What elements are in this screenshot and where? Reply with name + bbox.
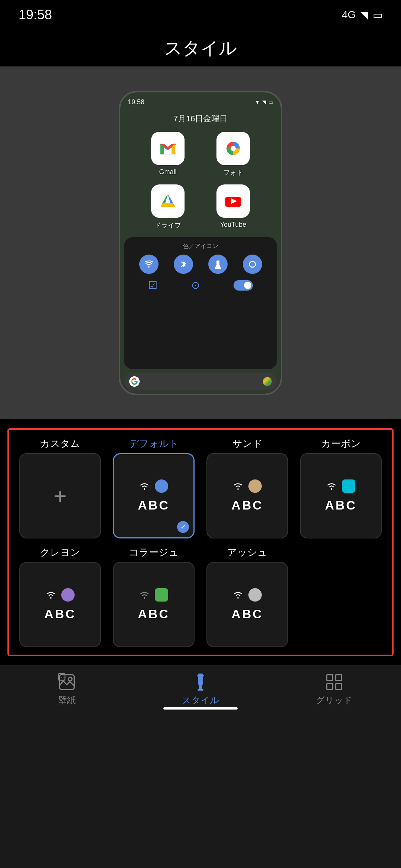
default-color-dot [155, 479, 168, 493]
gmail-label: Gmail [159, 168, 176, 176]
qs-wifi-btn[interactable] [139, 255, 159, 274]
crayon-color-dot [61, 588, 75, 602]
svg-rect-20 [198, 689, 203, 691]
selected-check-badge: ✓ [177, 521, 189, 533]
default-card-icons [139, 479, 168, 493]
collage-card-icons [139, 588, 168, 602]
carbon-color-dot [342, 479, 355, 493]
style-icon [191, 673, 210, 691]
quick-settings-panel: 色／アイコン [124, 237, 277, 369]
ash-label: アッシュ [227, 546, 267, 559]
wallpaper-icon [58, 673, 76, 691]
add-icon: + [53, 483, 66, 509]
crayon-card[interactable]: ABC [19, 562, 101, 647]
nav-item-wallpaper[interactable]: 壁紙 [0, 673, 134, 706]
list-item[interactable]: Gmail [139, 132, 197, 177]
drive-icon [151, 184, 185, 218]
default-abc: ABC [138, 498, 170, 512]
qs-rotate-btn[interactable] [243, 255, 262, 274]
carbon-abc: ABC [325, 498, 357, 512]
youtube-label: YouTube [220, 221, 247, 229]
home-indicator [163, 707, 238, 710]
style-item-crayon[interactable]: クレヨン ABC [16, 546, 104, 647]
style-item-ash[interactable]: アッシュ ABC [203, 546, 291, 647]
phone-status-time: 19:58 [128, 98, 144, 106]
collage-abc: ABC [138, 607, 170, 621]
svg-rect-11 [216, 261, 219, 265]
ash-abc: ABC [231, 607, 263, 621]
phone-signal-icon: ◥ [262, 99, 266, 105]
sand-label: サンド [232, 437, 263, 450]
collage-color-dot [155, 588, 168, 602]
crayon-wifi-icon [46, 591, 56, 599]
qs-title: 色／アイコン [131, 242, 270, 250]
crayon-abc: ABC [44, 607, 76, 621]
google-dots-logo [263, 377, 272, 386]
grid-icon [325, 673, 343, 691]
collage-wifi-icon [139, 591, 150, 599]
sand-card[interactable]: ABC [206, 453, 288, 538]
ash-color-dot [248, 588, 262, 602]
phone-status-icons: ▼ ◥ ▭ [255, 99, 273, 105]
svg-rect-22 [336, 675, 342, 681]
list-item[interactable]: YouTube [204, 184, 262, 230]
youtube-icon [216, 184, 250, 218]
custom-label: カスタム [40, 437, 80, 450]
ash-card-icons [233, 588, 262, 602]
style-options-grid-row2: クレヨン ABC コラージュ [16, 546, 385, 647]
status-icons: 4G ◥ ▭ [342, 9, 382, 21]
qs-flashlight-btn[interactable] [208, 255, 228, 274]
ash-card[interactable]: ABC [206, 562, 288, 647]
carbon-card[interactable]: ABC [300, 453, 382, 538]
nav-item-style[interactable]: スタイル [134, 673, 267, 706]
svg-point-2 [231, 146, 236, 151]
google-search-bar[interactable] [124, 373, 277, 390]
qs-icons-row [131, 255, 270, 274]
crayon-card-icons [46, 588, 75, 602]
phone-wifi-icon: ▼ [255, 99, 260, 105]
style-options-container: カスタム + デフォルト ABC [0, 419, 401, 665]
svg-rect-23 [327, 684, 333, 690]
qs-radio: ⊙ [191, 279, 200, 291]
sand-color-dot [248, 479, 262, 493]
phone-battery-icon: ▭ [268, 99, 273, 105]
style-item-carbon[interactable]: カーボン ABC [297, 437, 385, 538]
svg-rect-19 [199, 685, 202, 689]
page-title: スタイル [164, 36, 237, 60]
list-item[interactable]: ドライブ [139, 184, 197, 230]
qs-toggle[interactable] [234, 280, 253, 291]
status-time: 19:58 [19, 7, 52, 23]
photos-icon [216, 132, 250, 165]
default-label: デフォルト [129, 437, 179, 450]
network-icon: 4G [342, 9, 356, 21]
status-bar: 19:58 4G ◥ ▭ [0, 0, 401, 30]
default-card[interactable]: ABC ✓ [113, 453, 195, 538]
phone-date: 7月16日金曜日 [120, 113, 281, 124]
style-nav-label: スタイル [182, 694, 219, 706]
list-item[interactable]: フォト [204, 132, 262, 177]
style-options-grid-row1: カスタム + デフォルト ABC [16, 437, 385, 538]
grid-nav-label: グリッド [316, 694, 353, 706]
collage-card[interactable]: ABC [113, 562, 195, 647]
bottom-nav: 壁紙 スタイル グリッド [0, 665, 401, 713]
nav-item-grid[interactable]: グリッド [267, 673, 401, 706]
svg-rect-24 [336, 684, 342, 690]
style-item-default[interactable]: デフォルト ABC ✓ [110, 437, 198, 538]
crayon-label: クレヨン [40, 546, 80, 559]
svg-marker-7 [160, 203, 175, 207]
style-item-collage[interactable]: コラージュ ABC [110, 546, 198, 647]
carbon-label: カーボン [321, 437, 361, 450]
phone-status-bar: 19:58 ▼ ◥ ▭ [120, 95, 281, 109]
custom-card[interactable]: + [19, 453, 101, 538]
header: スタイル [0, 30, 401, 67]
qs-bluetooth-btn[interactable] [174, 255, 193, 274]
style-item-empty [297, 546, 385, 647]
carbon-wifi-icon [326, 482, 337, 490]
style-item-custom[interactable]: カスタム + [16, 437, 104, 538]
qs-checkbox: ☑ [148, 279, 157, 291]
style-item-sand[interactable]: サンド ABC [203, 437, 291, 538]
sand-abc: ABC [231, 498, 263, 512]
battery-icon: ▭ [373, 9, 382, 21]
phone-frame: 19:58 ▼ ◥ ▭ 7月16日金曜日 [119, 91, 282, 395]
phone-app-grid: Gmail フォト [120, 132, 281, 230]
